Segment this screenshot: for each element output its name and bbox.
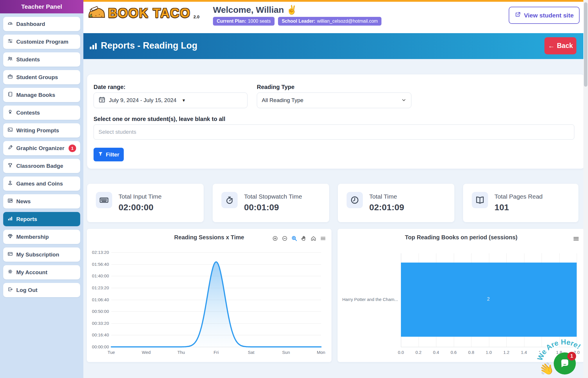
select-students-input[interactable]: Select students (94, 124, 574, 140)
news-icon (7, 198, 13, 205)
keyboard-icon (96, 192, 112, 208)
stat-title: Total Pages Read (494, 193, 543, 200)
sidebar-item-writing-prompts[interactable]: Writing Prompts (3, 123, 80, 138)
view-student-site-button[interactable]: View student site (509, 7, 580, 24)
brush-icon (7, 145, 13, 152)
book-taco-logo[interactable]: BOOK TACO 2.0 (87, 6, 199, 20)
sidebar-item-label: Customize Program (16, 39, 68, 45)
back-arrow-icon: ← (548, 42, 555, 50)
sidebar-item-label: Graphic Organizer (16, 145, 64, 151)
sidebar-item-label: Membership (16, 234, 49, 240)
bar-data-label: 2 (487, 297, 490, 302)
x-tick-label: 0.4 (430, 350, 442, 355)
sidebar-item-graphic-organizer[interactable]: Graphic Organizer1 (3, 141, 80, 155)
header-badge: School Leader:willian_celsozd@hotmail.co… (278, 17, 382, 26)
stopwatch-icon (221, 192, 238, 208)
open-book-icon (472, 192, 488, 208)
victory-hand-emoji: ✌️ (286, 5, 297, 15)
x-tick-label: 1.0 (483, 350, 495, 355)
sidebar-item-label: My Subscription (16, 252, 59, 258)
x-tick-label: 0.8 (465, 350, 478, 355)
caret-down-icon: ▼ (182, 98, 186, 103)
sidebar-title: Teacher Panel (0, 0, 83, 13)
reading-type-label: Reading Type (257, 84, 295, 90)
clock-icon (347, 192, 363, 208)
sidebar-item-news[interactable]: News (3, 194, 80, 208)
sidebar-item-student-groups[interactable]: Student Groups (3, 70, 80, 84)
sidebar-item-log-out[interactable]: Log Out (3, 283, 80, 297)
dashboard-icon (7, 20, 13, 28)
x-tick-label: 1.2 (500, 350, 513, 355)
students-label: Select one or more student(s), leave bla… (94, 116, 225, 122)
chart2-title: Top Reading Books on period (sessions) (338, 234, 585, 241)
book-icon (7, 91, 13, 99)
logout-icon (7, 286, 13, 294)
reading-sessions-line-chart[interactable] (87, 229, 331, 362)
sidebar-item-my-account[interactable]: My Account (3, 265, 80, 279)
sidebar-item-customize-program[interactable]: Customize Program (3, 35, 80, 49)
filter-button[interactable]: Filter (94, 148, 124, 161)
stat-card-total-time: Total Time02:01:09 (338, 184, 454, 222)
sidebar-item-label: Classroom Badge (16, 163, 63, 169)
sidebar-item-label: Student Groups (16, 74, 58, 81)
welcome-text: Welcome, Willian ✌️ (213, 5, 297, 15)
x-tick-label: 0.2 (412, 350, 425, 355)
sliders-icon (7, 38, 13, 45)
menu-icon[interactable] (573, 235, 580, 242)
header-badge: Current Plan:1000 seats (213, 17, 275, 26)
reading-type-select[interactable]: All Reading Type (257, 92, 411, 108)
diamond-icon (7, 233, 13, 240)
sidebar-item-contests[interactable]: Contests (3, 106, 80, 120)
notification-badge: 1 (69, 145, 76, 152)
gear-icon (7, 269, 13, 276)
briefcase-icon (7, 74, 13, 81)
sidebar-items: DashboardCustomize ProgramStudentsStuden… (0, 13, 83, 301)
bar-category-label: Harry Potter and the Cham... (342, 297, 398, 302)
card-icon (7, 251, 13, 258)
stat-value: 101 (494, 202, 509, 212)
scrollbar-thumb[interactable] (584, 2, 587, 87)
header-badges: Current Plan:1000 seatsSchool Leader:wil… (213, 17, 381, 26)
chart2-toolbar (573, 235, 580, 242)
x-tick-label: 1.4 (518, 350, 530, 355)
x-tick-label: 0.6 (447, 350, 460, 355)
sidebar: Teacher Panel DashboardCustomize Program… (0, 0, 83, 378)
funnel-icon (98, 151, 103, 158)
stat-value: 02:00:00 (119, 202, 153, 212)
stat-title: Total Input Time (119, 193, 162, 200)
sidebar-item-label: News (16, 198, 31, 205)
sidebar-item-label: Games and Coins (16, 181, 63, 187)
sidebar-item-label: Writing Prompts (16, 127, 59, 134)
logo-version: 2.0 (193, 14, 200, 20)
sidebar-item-label: Manage Books (16, 92, 55, 98)
calendar-icon: 19 (98, 96, 105, 105)
stat-card-total-stopwatch-time: Total Stopwatch Time00:01:09 (213, 184, 329, 222)
sidebar-item-label: Students (16, 56, 40, 63)
sidebar-item-membership[interactable]: Membership (3, 230, 80, 244)
svg-text:19: 19 (101, 99, 103, 102)
sidebar-item-label: My Account (16, 269, 47, 276)
sidebar-item-reports[interactable]: Reports (3, 212, 80, 226)
date-range-picker[interactable]: 19 July 9, 2024 - July 15, 2024 ▼ (94, 92, 248, 108)
sidebar-item-label: Contests (16, 110, 40, 116)
sidebar-item-dashboard[interactable]: Dashboard (3, 17, 80, 31)
stat-card-total-input-time: Total Input Time02:00:00 (87, 184, 204, 222)
sidebar-item-games-and-coins[interactable]: Games and Coins (3, 176, 80, 191)
stat-title: Total Time (369, 193, 397, 200)
x-tick-label: 0.0 (395, 350, 407, 355)
sidebar-item-classroom-badge[interactable]: Classroom Badge (3, 159, 80, 173)
bar-chart-icon (89, 42, 98, 52)
sidebar-item-students[interactable]: Students (3, 52, 80, 67)
chart-icon (7, 215, 13, 223)
stat-value: 00:01:09 (244, 202, 279, 212)
trophy-icon (7, 162, 13, 170)
chevron-down-icon (401, 97, 406, 104)
sidebar-item-manage-books[interactable]: Manage Books (3, 88, 80, 102)
stat-card-total-pages-read: Total Pages Read101 (463, 184, 578, 222)
logo-text: BOOK TACO (108, 6, 191, 20)
sidebar-item-my-subscription[interactable]: My Subscription (3, 247, 80, 262)
joystick-icon (7, 180, 13, 187)
medal-icon (7, 109, 13, 116)
terminal-icon (7, 127, 13, 134)
back-button[interactable]: ← Back (544, 37, 576, 54)
